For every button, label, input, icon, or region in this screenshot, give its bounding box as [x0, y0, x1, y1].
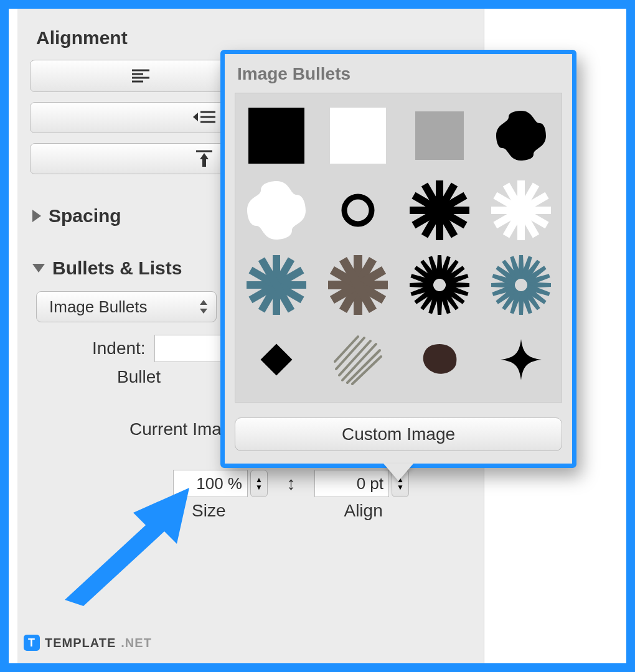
bullet-sunburst-teal[interactable] — [480, 248, 562, 322]
bullet-row — [235, 98, 562, 173]
size-stepper: ▲▼ — [173, 470, 268, 497]
bullet-row — [235, 173, 562, 248]
watermark-text: TEMPLATE — [45, 636, 116, 650]
indent-bullet-input[interactable] — [154, 335, 229, 362]
bullet-square-white[interactable] — [317, 98, 398, 173]
bullet-diamond-black[interactable] — [235, 322, 317, 397]
watermark-tld: .NET — [121, 636, 152, 650]
bullet-square-black[interactable] — [235, 98, 317, 173]
custom-image-button[interactable]: Custom Image — [235, 418, 562, 451]
indent-decrease-icon — [192, 111, 217, 124]
vertical-arrows-icon: ↕ — [286, 473, 296, 494]
popover-title: Image Bullets — [237, 64, 560, 84]
disclosure-right-icon — [32, 210, 41, 222]
indent-label: Indent: — [92, 338, 146, 358]
bullet-blob-brown[interactable] — [398, 322, 480, 397]
bullet-quatrefoil-black[interactable] — [480, 98, 562, 173]
bullet-asterisk-brown[interactable] — [317, 248, 398, 322]
watermark: T TEMPLATE.NET — [24, 635, 152, 651]
bullet-type-label: Image Bullets — [49, 297, 148, 317]
size-input[interactable] — [173, 470, 248, 497]
bullet-type-dropdown[interactable]: Image Bullets — [36, 291, 217, 322]
bullet-circle-outline[interactable] — [317, 173, 398, 248]
size-label: Size — [192, 501, 225, 521]
size-align-row: ▲▼ ↕ ▲▼ — [173, 470, 471, 497]
spacing-title: Spacing — [49, 205, 121, 226]
bullet-grid — [235, 93, 562, 403]
bullets-title: Bullets & Lists — [52, 258, 182, 279]
image-bullets-popover: Image Bullets — [220, 50, 576, 468]
bullet-asterisk-white[interactable] — [480, 173, 562, 248]
bullet-row — [235, 248, 562, 322]
svg-point-0 — [344, 197, 372, 224]
watermark-badge: T — [24, 635, 40, 651]
align-input[interactable] — [314, 470, 389, 497]
bullet-asterisk-black[interactable] — [398, 173, 480, 248]
outer-frame: Alignment Spacing Bullets & Lists Image … — [0, 0, 635, 672]
bullet-sunburst-black[interactable] — [398, 248, 480, 322]
popover-tail-icon — [383, 464, 413, 481]
alignment-heading: Alignment — [36, 27, 471, 49]
bullet-square-gray[interactable] — [398, 98, 480, 173]
bullet-scribble-gray[interactable] — [317, 322, 398, 397]
disclosure-down-icon — [32, 264, 45, 273]
size-align-labels: Size Align — [192, 501, 471, 521]
bullet-sparkle-black[interactable] — [480, 322, 562, 397]
align-left-button[interactable] — [30, 60, 251, 92]
bullet-asterisk-teal[interactable] — [235, 248, 317, 322]
size-stepper-buttons[interactable]: ▲▼ — [250, 470, 268, 497]
bullet-row — [235, 322, 562, 397]
valign-top-icon — [195, 149, 214, 168]
custom-image-label: Custom Image — [342, 424, 455, 444]
svg-rect-1 — [260, 344, 292, 376]
dropdown-caret-icon — [199, 300, 209, 314]
bullet-quatrefoil-white[interactable] — [235, 173, 317, 248]
align-label: Align — [344, 501, 382, 521]
align-left-icon — [131, 69, 150, 83]
